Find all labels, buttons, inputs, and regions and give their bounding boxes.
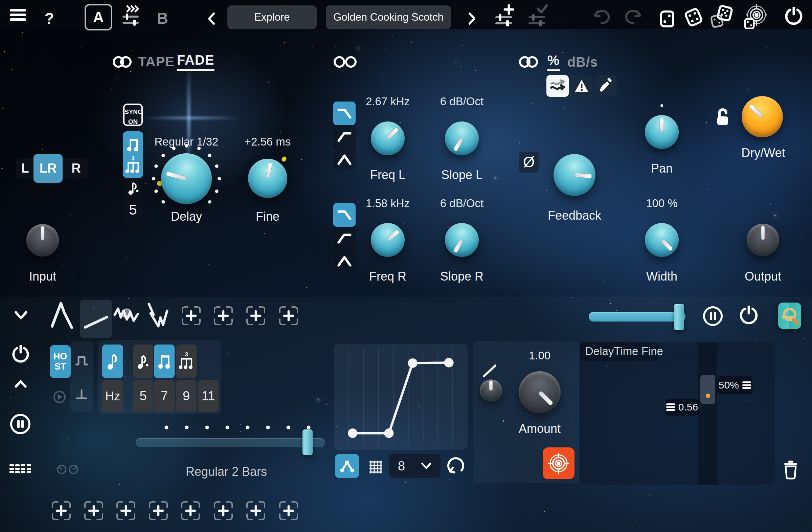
global-power-icon[interactable] <box>739 306 758 325</box>
division-straight-button[interactable] <box>154 345 175 378</box>
slot-a-button[interactable]: A <box>85 4 112 30</box>
add-patch-button[interactable] <box>148 501 169 521</box>
feedback-knob[interactable] <box>553 154 595 196</box>
slope-l-knob[interactable] <box>445 121 479 155</box>
add-patch-button[interactable] <box>51 501 71 521</box>
feedback-unit-percent[interactable]: % <box>548 53 560 71</box>
help-button[interactable]: ? <box>44 9 54 27</box>
rate-hz-mode-button[interactable]: Hz <box>102 380 123 412</box>
delete-modulator-icon[interactable] <box>782 460 799 480</box>
modulator-thumb-noise[interactable] <box>113 303 141 327</box>
add-patch-button[interactable] <box>116 501 136 521</box>
unlock-icon[interactable] <box>714 108 731 126</box>
explore-button[interactable]: Explore <box>227 5 317 29</box>
highpass-icon[interactable] <box>337 131 351 143</box>
assign-target-button[interactable] <box>543 447 575 479</box>
add-patch-button[interactable] <box>246 501 266 521</box>
modulator-thumb-envelope[interactable] <box>49 300 75 330</box>
reset-trigger-icon[interactable] <box>75 388 88 402</box>
feedback-link-icon[interactable] <box>519 56 540 68</box>
grid-snap-icon[interactable] <box>367 459 383 475</box>
rate-note-mode-button[interactable] <box>102 345 123 378</box>
loop-mode-icon[interactable] <box>445 456 466 476</box>
delay-knob[interactable] <box>161 153 212 204</box>
preset-previous-icon[interactable] <box>207 12 216 25</box>
division-7-button[interactable]: 7 <box>154 380 175 412</box>
freq-l-knob[interactable] <box>371 121 405 155</box>
phase-invert-button[interactable]: Ø <box>519 152 539 173</box>
target-depth-badge[interactable]: 0.56 <box>665 399 699 416</box>
host-sync-button[interactable]: HO ST <box>50 345 71 378</box>
fine-knob[interactable] <box>248 159 287 198</box>
tab-fade[interactable]: FADE <box>177 53 215 71</box>
bandpass-icon[interactable] <box>337 255 351 267</box>
input-knob[interactable] <box>26 224 59 257</box>
division-11-button[interactable]: 11 <box>198 380 219 412</box>
menu-icon[interactable] <box>10 9 26 21</box>
channel-right-button[interactable]: R <box>71 161 81 176</box>
filter-unlink-icon[interactable] <box>333 56 357 68</box>
division-triplet-button[interactable]: 3 <box>176 345 197 378</box>
add-patch-button[interactable] <box>278 501 299 521</box>
feedback-knife-button[interactable] <box>594 75 617 97</box>
pulse-trigger-icon[interactable] <box>75 354 88 366</box>
highpass-icon[interactable] <box>337 232 351 244</box>
envelope-mode-button[interactable] <box>335 454 359 478</box>
add-modulator-button[interactable] <box>181 306 201 326</box>
randomize-medium-icon[interactable] <box>684 8 703 27</box>
redo-icon[interactable] <box>623 9 642 26</box>
rate-slider-track[interactable] <box>136 438 325 447</box>
pan-knob[interactable] <box>645 115 679 149</box>
brand-logo[interactable] <box>778 303 801 329</box>
randomize-all-icon[interactable] <box>710 5 734 28</box>
add-patch-button[interactable] <box>213 501 233 521</box>
global-pause-icon[interactable] <box>702 306 723 327</box>
rate-slider-handle[interactable] <box>303 430 313 455</box>
target-smooth-badge[interactable]: 50% <box>717 376 752 394</box>
channel-left-button[interactable]: L <box>21 161 29 176</box>
triplet-icon[interactable]: 3 <box>125 156 141 175</box>
dotted-note-icon[interactable] <box>127 180 140 196</box>
modulator-thumb-ramp-selected[interactable] <box>80 300 112 338</box>
play-once-icon[interactable] <box>53 390 66 404</box>
feedback-unit-dbs[interactable]: dB/s <box>567 55 598 70</box>
division-9-button[interactable]: 9 <box>176 380 197 412</box>
slot-b-button[interactable]: B <box>157 9 168 27</box>
feedback-shuffle-button[interactable] <box>547 75 569 97</box>
power-icon[interactable] <box>784 7 803 26</box>
add-patch-button[interactable] <box>84 501 104 521</box>
add-modulator-button[interactable] <box>278 306 299 326</box>
global-mod-slider-handle[interactable] <box>674 304 684 330</box>
target-panel-column[interactable] <box>698 342 717 485</box>
tab-tape[interactable]: TAPE <box>138 54 175 69</box>
undo-icon[interactable] <box>593 9 612 26</box>
modulator-bank-icon[interactable] <box>10 464 32 474</box>
save-preset-icon[interactable] <box>493 3 515 26</box>
add-patch-button[interactable] <box>180 501 201 521</box>
division-quintuplet[interactable]: 5 <box>129 202 137 218</box>
preset-name-button[interactable]: Golden Cooking Scotch <box>326 5 451 29</box>
preset-next-icon[interactable] <box>467 12 476 25</box>
collapse-chevron-icon[interactable] <box>14 310 28 320</box>
add-modulator-button[interactable] <box>213 306 233 326</box>
copy-a-to-b-icon[interactable] <box>120 5 142 26</box>
mod-depth-knob[interactable] <box>480 379 502 402</box>
drywet-knob[interactable] <box>742 96 783 138</box>
note-pair-icon[interactable] <box>127 137 140 152</box>
freq-r-knob[interactable] <box>371 223 405 257</box>
output-knob[interactable] <box>747 224 779 256</box>
randomize-target-icon[interactable] <box>743 4 767 29</box>
amount-knob[interactable] <box>519 371 561 413</box>
width-knob[interactable] <box>645 223 679 257</box>
sync-toggle[interactable]: SYNC ON <box>123 103 143 126</box>
global-mod-slider-track[interactable] <box>589 312 685 321</box>
grid-size-dropdown[interactable]: 8 <box>389 454 440 478</box>
channel-stereo-button[interactable]: LR <box>33 154 62 183</box>
envelope-curve[interactable] <box>334 344 467 450</box>
output-route-arrow-icon[interactable] <box>14 380 28 399</box>
feedback-warning-button[interactable] <box>571 75 592 97</box>
division-5-button[interactable]: 5 <box>133 380 153 412</box>
target-slider-handle[interactable] <box>700 375 715 404</box>
modulator-pause-icon[interactable] <box>10 413 31 435</box>
confirm-save-icon[interactable] <box>526 3 548 26</box>
